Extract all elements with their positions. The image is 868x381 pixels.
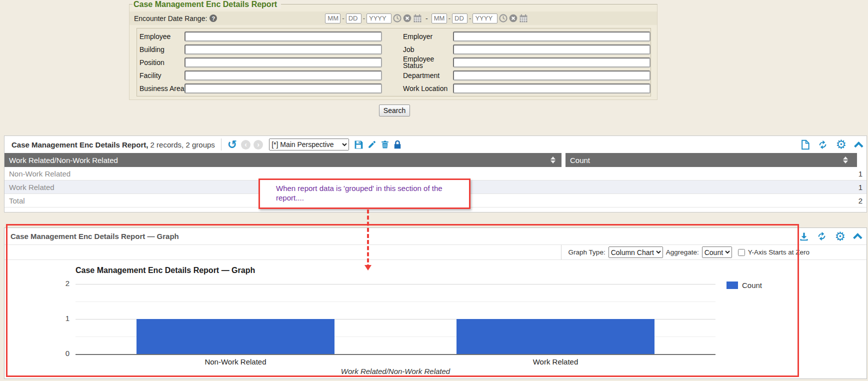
employee-status-label: Employee Status	[403, 56, 453, 69]
employee-status-field[interactable]	[453, 58, 650, 68]
aggregate-label: Aggregate:	[666, 248, 699, 256]
settings-gear-icon[interactable]: ⚙	[836, 140, 846, 150]
building-label: Building	[140, 46, 184, 54]
table-toolbar: Case Management Enc Details Report, 2 re…	[4, 136, 866, 153]
settings-gear-icon[interactable]: ⚙	[834, 232, 846, 242]
search-button[interactable]: Search	[379, 104, 410, 116]
toolbar-divider	[221, 138, 222, 150]
column-header-work-related[interactable]: Work Related/Non-Work Related	[4, 153, 562, 167]
end-day-input[interactable]	[452, 14, 468, 24]
row-label: Non-Work Related	[4, 170, 566, 178]
table-title: Case Management Enc Details Report, 2 re…	[12, 140, 215, 149]
y-axis-tick: 1	[50, 314, 70, 322]
building-field[interactable]	[184, 44, 382, 54]
end-calendar-icon[interactable]	[519, 14, 528, 23]
next-perspective-icon[interactable]: ›	[254, 140, 263, 150]
date-range-inputs: - - - - -	[325, 14, 528, 24]
position-label: Position	[140, 58, 184, 66]
work-location-label: Work Location	[403, 86, 453, 92]
employee-label: Employee	[140, 32, 184, 40]
date-dash: -	[469, 14, 471, 22]
annotation-arrow	[367, 210, 369, 268]
column-header-count[interactable]: Count	[566, 153, 857, 167]
prev-perspective-icon[interactable]: ‹	[241, 140, 250, 150]
date-dash: -	[363, 14, 365, 22]
start-month-input[interactable]	[325, 14, 340, 24]
gridline	[76, 284, 716, 284]
x-axis-category-label: Work Related	[396, 358, 716, 366]
range-separator: -	[426, 14, 428, 22]
work-location-field[interactable]	[453, 84, 650, 94]
report-graph-panel: Case Management Enc Details Report — Gra…	[4, 228, 867, 379]
employee-field[interactable]	[184, 32, 382, 42]
help-icon[interactable]: ?	[210, 14, 217, 22]
search-form-panel: Case Management Enc Details Report Encou…	[129, 4, 658, 100]
graph-title: Case Management Enc Details Report — Gra…	[10, 232, 179, 240]
edit-pencil-icon[interactable]	[368, 140, 376, 149]
start-day-input[interactable]	[346, 14, 362, 24]
new-document-icon[interactable]	[800, 140, 810, 150]
collapse-section-icon[interactable]	[853, 233, 862, 242]
save-icon[interactable]	[354, 140, 364, 150]
department-label: Department	[403, 72, 453, 79]
sort-icon[interactable]	[843, 156, 848, 164]
chart-title: Case Management Enc Details Report — Gra…	[76, 266, 255, 275]
legend-label: Count	[742, 281, 762, 290]
x-axis-category-label: Non-Work Related	[76, 358, 396, 366]
end-time-clock-icon[interactable]	[499, 14, 508, 22]
department-field[interactable]	[453, 70, 650, 80]
download-icon[interactable]	[799, 232, 809, 242]
legend-swatch	[726, 282, 738, 289]
column-chart: Case Management Enc Details Report — Gra…	[4, 260, 866, 378]
y-axis-tick: 0	[50, 349, 70, 358]
lock-icon[interactable]	[394, 140, 402, 149]
job-field[interactable]	[453, 44, 650, 54]
delete-trash-icon[interactable]	[380, 140, 390, 149]
refresh-icon[interactable]	[816, 231, 827, 242]
undo-icon[interactable]: ↺	[228, 140, 237, 150]
chart-x-axis-title: Work Related/Non-Work Related	[76, 367, 716, 376]
facility-field[interactable]	[184, 70, 382, 80]
graph-type-select[interactable]: Column Chart	[608, 246, 663, 258]
annotation-arrowhead	[364, 265, 372, 274]
gridline	[76, 302, 716, 302]
annotation-text: When report data is 'grouped' in this se…	[276, 184, 464, 202]
graph-toolbar: Graph Type: Column Chart Aggregate: Coun…	[4, 245, 866, 260]
row-count: 1	[566, 170, 866, 178]
perspective-select[interactable]: [*] Main Perspective	[269, 138, 349, 150]
start-time-clock-icon[interactable]	[393, 14, 402, 22]
employer-label: Employer	[403, 34, 453, 40]
y-axis-zero-checkbox[interactable]	[738, 249, 745, 256]
position-field[interactable]	[184, 58, 382, 68]
business-area-field[interactable]	[184, 84, 382, 94]
start-clear-icon[interactable]	[403, 14, 412, 22]
end-year-input[interactable]	[472, 14, 498, 24]
end-month-input[interactable]	[432, 14, 447, 24]
end-clear-icon[interactable]	[509, 14, 518, 22]
graph-type-label: Graph Type:	[568, 248, 606, 256]
row-count: 2	[566, 196, 866, 205]
facility-label: Facility	[140, 72, 184, 80]
date-dash: -	[448, 14, 450, 22]
search-fields-box: Employee Building Position Facility Busi…	[136, 28, 651, 96]
date-dash: -	[342, 14, 344, 22]
table-header-row: Work Related/Non-Work Related Count	[4, 153, 866, 167]
start-calendar-icon[interactable]	[413, 14, 422, 23]
sort-icon[interactable]	[550, 156, 556, 164]
y-axis-zero-label: Y-Axis Starts at Zero	[748, 248, 810, 256]
y-axis-tick: 2	[50, 279, 70, 288]
encounter-date-range-label: Encounter Date Range:	[134, 14, 207, 22]
graph-header: Case Management Enc Details Report — Gra…	[4, 228, 866, 245]
aggregate-select[interactable]: Count	[702, 246, 732, 258]
collapse-section-icon[interactable]	[854, 142, 863, 150]
employer-field[interactable]	[453, 32, 650, 42]
chart-bar-non-work-related[interactable]	[136, 319, 335, 354]
chart-legend: Count	[726, 281, 762, 290]
encounter-date-range-row: Encounter Date Range: ? - - - -	[130, 12, 657, 25]
chart-bar-work-related[interactable]	[456, 319, 655, 354]
start-year-input[interactable]	[366, 14, 392, 24]
business-area-label: Business Area	[140, 84, 184, 92]
refresh-icon[interactable]	[818, 140, 828, 150]
page: Case Management Enc Details Report Encou…	[0, 0, 868, 381]
annotation-callout-box: When report data is 'grouped' in this se…	[258, 178, 470, 209]
